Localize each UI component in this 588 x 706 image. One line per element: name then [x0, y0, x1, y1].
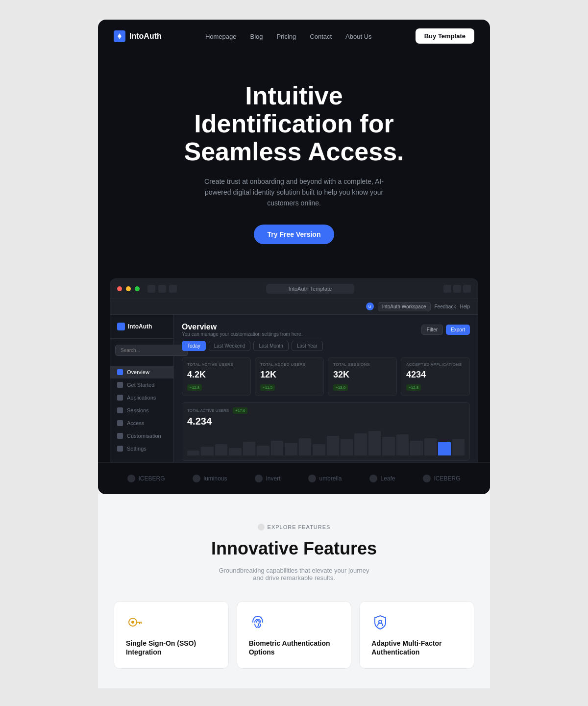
nav-homepage[interactable]: Homepage [205, 33, 237, 40]
shield-icon [371, 613, 389, 631]
sidebar-item-settings[interactable]: Settings [110, 442, 173, 455]
dashboard-preview: IntoAuth Template U IntoAuth Workspace F… [110, 278, 478, 462]
buy-template-button[interactable]: Buy Template [416, 28, 474, 44]
brand-icon-luminous [193, 475, 200, 482]
feature-card-biometric: Biometric Authentication Options [237, 601, 352, 669]
chart-bar [382, 437, 394, 455]
dashboard-sidebar: IntoAuth Overview Get Started [110, 315, 174, 462]
window-action-3 [463, 285, 471, 293]
stats-grid: TOTAL ACTIVE USERS 4.2K +12.8 TOTAL ADDE… [182, 357, 470, 396]
nav-contact[interactable]: Contact [310, 33, 332, 40]
chart-label-row: TOTAL ACTIVE USERS +17.6 [187, 407, 465, 414]
explore-icon [258, 524, 265, 530]
stat-card-sessions: TOTAL SESSIONS 32K +13.0 [328, 357, 397, 396]
sidebar-item-applications[interactable]: Applications [110, 391, 173, 404]
brand-icon-umbrella [308, 475, 316, 482]
window-icon-3 [169, 285, 177, 293]
sidebar-item-customisation[interactable]: Customisation [110, 429, 173, 442]
chart-bar [368, 431, 381, 455]
stat-value-3: 4234 [406, 370, 465, 380]
main-subtitle: You can manage your customization settin… [182, 331, 302, 337]
window-icon-2 [158, 285, 166, 293]
user-avatar: U [366, 303, 374, 310]
stat-card-applications: ACCEPTED APPLICATIONS 4234 +12.8 [401, 357, 470, 396]
dashboard-main: Overview You can manage your customizati… [174, 315, 478, 462]
chart-bar [201, 447, 213, 455]
access-icon [117, 420, 123, 426]
logo-icon [114, 30, 125, 42]
applications-icon [117, 395, 123, 401]
stat-badge-1: +11.5 [260, 384, 275, 391]
stat-badge-3: +12.8 [406, 384, 421, 391]
chart-bar [243, 442, 255, 455]
tab-today[interactable]: Today [182, 341, 206, 351]
dashboard-topbar: U IntoAuth Workspace Feedback Help [110, 299, 478, 315]
page-wrapper: IntoAuth Homepage Blog Pricing Contact A… [98, 20, 490, 688]
hero-section: IntoAuth Homepage Blog Pricing Contact A… [98, 20, 490, 494]
chart-bar [341, 439, 353, 455]
window-icons [147, 285, 177, 293]
tab-last-weekend[interactable]: Last Weekend [209, 341, 251, 351]
settings-icon [117, 446, 123, 452]
try-free-button[interactable]: Try Free Version [254, 225, 335, 244]
sidebar-item-access[interactable]: Access [110, 417, 173, 429]
main-title: Overview [182, 323, 302, 331]
stat-card-active-users: TOTAL ACTIVE USERS 4.2K +12.8 [182, 357, 251, 396]
chart-bar [271, 441, 283, 455]
nav-blog[interactable]: Blog [250, 33, 263, 40]
stat-value-2: 32K [333, 370, 392, 380]
logo-text: IntoAuth [129, 32, 162, 41]
nav-pricing[interactable]: Pricing [277, 33, 296, 40]
export-button[interactable]: Export [446, 325, 470, 335]
tab-last-month[interactable]: Last Month [253, 341, 288, 351]
chart-bar [215, 444, 227, 455]
feature-card-title-mfa: Adaptive Multi-Factor Authentication [371, 639, 462, 656]
chart-bar [452, 439, 465, 455]
stat-label-0: TOTAL ACTIVE USERS [187, 362, 245, 367]
user-avatar-item: U [366, 303, 374, 310]
sidebar-item-sessions[interactable]: Sessions [110, 404, 173, 417]
nav-about[interactable]: About Us [345, 33, 371, 40]
window-dot-yellow [126, 286, 131, 291]
key-icon [126, 613, 144, 631]
sidebar-search-row [110, 345, 173, 360]
sidebar-logo-text: IntoAuth [128, 323, 152, 330]
svg-rect-1 [119, 35, 121, 37]
brand-iceberg-1: ICEBERG [127, 475, 165, 482]
brand-icon-leafe [369, 475, 377, 482]
chart-bar [438, 442, 450, 455]
chart-bar [424, 438, 437, 455]
sidebar-item-overview[interactable]: Overview [110, 366, 173, 378]
chart-title: TOTAL ACTIVE USERS [187, 408, 229, 413]
hero-subtitle: Create trust at onboarding and beyond wi… [201, 176, 387, 209]
window-actions [443, 285, 471, 293]
chart-bar [257, 446, 269, 455]
window-action-1 [443, 285, 451, 293]
getstarted-icon [117, 382, 123, 388]
sidebar-item-getstarted[interactable]: Get Started [110, 378, 173, 391]
chart-value: 4.234 [187, 416, 465, 427]
window-icon-1 [147, 285, 155, 293]
feedback-item: Feedback [435, 304, 456, 309]
filter-button[interactable]: Filter [421, 325, 443, 335]
sidebar-logo: IntoAuth [110, 323, 173, 339]
feature-card-sso: Single Sign-On (SSO) Integration [114, 601, 229, 669]
logo-area: IntoAuth [114, 30, 162, 42]
features-section: EXPLORE FEATURES Innovative Features Gro… [98, 494, 490, 688]
dashboard-inner: IntoAuth Overview Get Started [110, 315, 478, 462]
help-item: Help [460, 304, 470, 309]
workspace-button[interactable]: IntoAuth Workspace [378, 302, 431, 311]
brand-umbrella: umbrella [308, 475, 342, 482]
window-bar: IntoAuth Template [110, 279, 478, 299]
fingerprint-icon [249, 613, 267, 631]
explore-label: EXPLORE FEATURES [114, 524, 474, 530]
brand-icon-iceberg-2 [423, 475, 431, 482]
brand-luminous: luminous [193, 475, 227, 482]
nav-links: Homepage Blog Pricing Contact About Us [205, 32, 372, 41]
sessions-icon [117, 407, 123, 413]
chart-area: TOTAL ACTIVE USERS +17.6 4.234 [182, 402, 470, 461]
tab-last-year[interactable]: Last Year [292, 341, 323, 351]
feature-card-title-biometric: Biometric Authentication Options [249, 639, 340, 656]
window-action-2 [453, 285, 461, 293]
chart-bar [229, 448, 241, 455]
